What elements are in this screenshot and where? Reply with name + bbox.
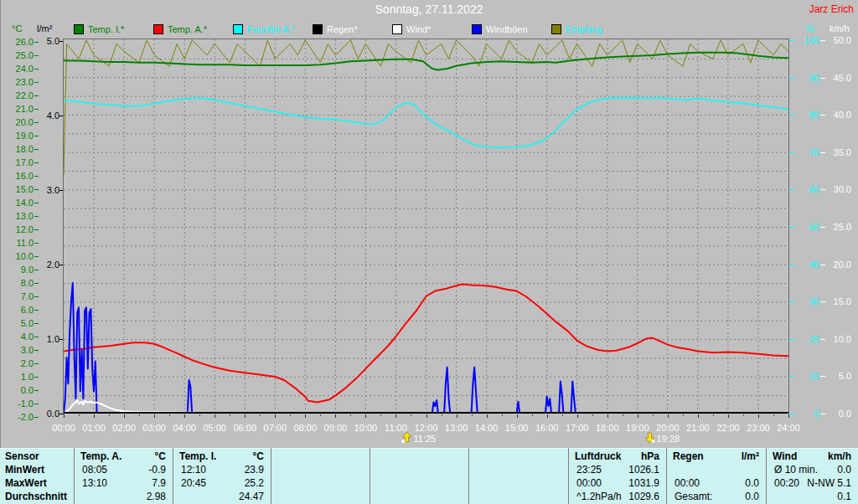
time-label: 04:00	[169, 423, 199, 433]
axis-tick-temp	[34, 256, 39, 257]
legend-item: Temp. I.*	[74, 24, 124, 34]
axis-label-humidity: 60	[796, 184, 819, 194]
axis-label-windspeed: 50.0	[826, 35, 851, 45]
table-col-unit: l/m²	[666, 450, 759, 462]
time-tick-half	[79, 414, 80, 416]
legend-swatch-icon	[233, 24, 243, 34]
legend-item-label: Regen*	[327, 24, 358, 34]
axis-tick-humidity	[789, 265, 794, 265]
axis-tick-temp	[34, 69, 39, 69]
time-tick-half	[169, 414, 170, 416]
table-row-label: MinWert	[5, 464, 44, 476]
plot-area	[63, 39, 789, 414]
axis-label-temp: 25.0	[3, 50, 34, 60]
time-tick	[788, 414, 789, 418]
time-tick	[275, 414, 276, 418]
axis-tick-humidity	[789, 227, 794, 228]
time-tick-half	[380, 414, 381, 416]
time-label: 01:00	[79, 423, 109, 433]
axis-label-temp: 21.0	[3, 104, 34, 114]
axis-label-temp: 9.0	[3, 265, 34, 275]
axis-label-temp: 0.0	[3, 385, 34, 395]
axis-label-windspeed: 40.0	[826, 110, 851, 120]
time-tick-half	[442, 414, 442, 416]
axis-label-humidity: 30	[796, 296, 819, 306]
page-title: Sonntag, 27.11.2022	[0, 3, 858, 16]
axis-label-temp: 19.0	[3, 131, 34, 141]
axis-label-humidity: 10	[796, 371, 819, 381]
table-cell-value: 0.0	[666, 477, 759, 489]
table-row-label: MaxWert	[5, 477, 47, 489]
axis-label-temp: 7.0	[3, 291, 34, 301]
axis-label-temp: 3.0	[3, 345, 34, 355]
table-cell-value: 0.1	[766, 491, 851, 502]
time-tick-half	[592, 414, 593, 416]
time-label: 17:00	[562, 423, 592, 433]
axis-label-rain: 2.0	[34, 260, 59, 270]
axis-tick-temp	[34, 350, 39, 351]
axis-label-windspeed: 45.0	[826, 73, 851, 83]
axis-label-windspeed: 35.0	[826, 147, 851, 157]
axis-tick-temp	[34, 243, 39, 244]
table-col-unit: hPa	[568, 450, 659, 462]
axis-label-temp: 20.0	[3, 117, 34, 127]
axis-tick-temp	[34, 296, 39, 297]
axis-label-temp: 16.0	[3, 171, 34, 181]
time-tick-half	[472, 414, 473, 416]
time-label: 24:00	[773, 423, 804, 433]
axis-tick-temp	[34, 323, 39, 324]
axis-tick-humidity	[789, 414, 794, 414]
legend-item-label: Wind*	[406, 24, 431, 34]
axis-line-temp	[0, 0, 1, 375]
axis-tick-temp	[34, 82, 39, 83]
axis-tick-temp	[34, 270, 39, 270]
legend-item-label: Temp. A.*	[168, 24, 207, 34]
legend-item: Windböen	[472, 24, 528, 34]
marker-time-label: 11:25	[413, 434, 436, 444]
legend-swatch-icon	[551, 24, 561, 34]
legend-swatch-icon	[153, 24, 163, 34]
time-label: 15:00	[502, 423, 532, 433]
time-label: 03:00	[139, 423, 169, 433]
time-label: 00:00	[49, 423, 79, 433]
axis-tick-temp	[34, 216, 39, 217]
axis-label-rain: 0.0	[34, 409, 59, 419]
time-tick-half	[653, 414, 654, 416]
axis-label-windspeed: 25.0	[826, 222, 851, 232]
legend-item: Feuchte A.*	[233, 24, 295, 34]
legend-item: Empfang	[551, 24, 602, 34]
time-tick-half	[350, 414, 351, 416]
time-label: 10:00	[350, 423, 380, 433]
axis-tick-windspeed	[820, 189, 825, 190]
axis-label-temp: 11.0	[3, 238, 34, 248]
axis-tick-temp	[34, 390, 39, 391]
table-cell-value: 25.2	[173, 477, 264, 489]
time-tick-half	[290, 414, 291, 416]
axis-tick-windspeed	[820, 265, 825, 265]
axis-tick-temp	[34, 310, 39, 311]
axis-label-humidity: 20	[796, 334, 819, 344]
time-tick	[728, 414, 729, 418]
axis-label-windspeed: 0.0	[826, 409, 851, 419]
table-col-unit: °C	[74, 450, 166, 462]
table-column-divider	[271, 448, 271, 504]
legend-swatch-icon	[472, 24, 482, 34]
axis-label-windspeed: 20.0	[826, 260, 851, 270]
time-tick	[668, 414, 669, 418]
axis-tick-windspeed	[820, 40, 825, 41]
time-tick	[638, 414, 638, 418]
time-tick-half	[411, 414, 411, 416]
time-label: 20:00	[653, 423, 683, 433]
legend-item-label: Empfang	[566, 24, 602, 34]
time-tick-half	[743, 414, 744, 416]
axis-label-humidity: 40	[796, 260, 819, 270]
time-label: 18:00	[592, 423, 623, 433]
axis-label-humidity: 100	[796, 35, 819, 45]
axis-tick-windspeed	[820, 115, 825, 116]
time-tick	[517, 414, 518, 418]
axis-label-windspeed: 15.0	[826, 296, 851, 306]
table-col-unit: °C	[173, 450, 264, 462]
axis-tick-temp	[34, 377, 39, 378]
time-label: 16:00	[532, 423, 562, 433]
axis-tick-windspeed	[820, 376, 825, 377]
